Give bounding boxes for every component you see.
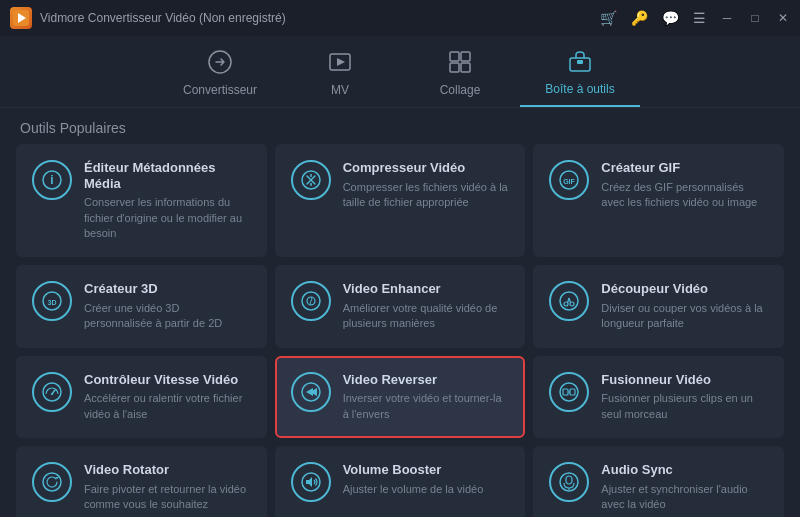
app-title: Vidmore Convertisseur Vidéo (Non enregis… [40, 11, 286, 25]
tool-name-fusionneur: Fusionneur Vidéo [601, 372, 768, 388]
tab-boite-outils[interactable]: Boîte à outils [520, 39, 640, 107]
tool-desc-compresseur: Compresser les fichiers vidéo à la taill… [343, 180, 510, 211]
title-bar-controls: 🛒 🔑 💬 ☰ ─ □ ✕ [600, 10, 790, 26]
cut-icon [549, 281, 589, 321]
tool-info-rotator: Video Rotator Faire pivoter et retourner… [84, 462, 251, 512]
convertisseur-label: Convertisseur [183, 83, 257, 97]
svg-rect-6 [450, 63, 459, 72]
tool-info-reverser: Video Reverser Inverser votre vidéo et t… [343, 372, 510, 422]
tool-info-vitesse: Contrôleur Vitesse Vidéo Accélérer ou ra… [84, 372, 251, 422]
tool-createur-3d[interactable]: 3D Créateur 3D Créer une vidéo 3D person… [16, 265, 267, 347]
svg-rect-40 [566, 476, 572, 484]
tool-info-editeur: Éditeur Métadonnées Média Conserver les … [84, 160, 251, 241]
tool-compresseur[interactable]: Compresseur Vidéo Compresser les fichier… [275, 144, 526, 257]
tool-info-3d: Créateur 3D Créer une vidéo 3D personnal… [84, 281, 251, 331]
tool-info-fusionneur: Fusionneur Vidéo Fusionner plusieurs cli… [601, 372, 768, 422]
tool-name-volume: Volume Booster [343, 462, 510, 478]
boite-outils-icon [567, 48, 593, 78]
svg-marker-38 [306, 477, 312, 487]
tool-video-enhancer[interactable]: Video Enhancer Améliorer votre qualité v… [275, 265, 526, 347]
section-title: Outils Populaires [0, 108, 800, 144]
svg-rect-9 [577, 60, 583, 64]
tool-name-gif: Créateur GIF [601, 160, 768, 176]
cart-icon[interactable]: 🛒 [600, 10, 617, 26]
tool-name-compresseur: Compresseur Vidéo [343, 160, 510, 176]
app-logo [10, 7, 32, 29]
svg-text:i: i [50, 173, 53, 187]
tool-name-reverser: Video Reverser [343, 372, 510, 388]
tool-name-rotator: Video Rotator [84, 462, 251, 478]
convertisseur-icon [207, 49, 233, 79]
collage-icon [447, 49, 473, 79]
tab-convertisseur[interactable]: Convertisseur [160, 39, 280, 107]
tool-info-compresseur: Compresseur Vidéo Compresser les fichier… [343, 160, 510, 210]
tool-desc-volume: Ajuster le volume de la vidéo [343, 482, 510, 497]
tool-name-enhancer: Video Enhancer [343, 281, 510, 297]
svg-rect-8 [570, 58, 590, 71]
gif-icon: GIF [549, 160, 589, 200]
title-bar: Vidmore Convertisseur Vidéo (Non enregis… [0, 0, 800, 36]
menu-icon[interactable]: ☰ [693, 10, 706, 26]
tool-name-audio: Audio Sync [601, 462, 768, 478]
maximize-button[interactable]: □ [748, 11, 762, 25]
reverse-icon [291, 372, 331, 412]
mv-icon [327, 49, 353, 79]
tool-createur-gif[interactable]: GIF Créateur GIF Créez des GIF personnal… [533, 144, 784, 257]
tool-desc-audio: Ajuster et synchroniser l'audio avec la … [601, 482, 768, 513]
tool-desc-enhancer: Améliorer votre qualité vidéo de plusieu… [343, 301, 510, 332]
tool-desc-3d: Créer une vidéo 3D personnalisée à parti… [84, 301, 251, 332]
chat-icon[interactable]: 💬 [662, 10, 679, 26]
svg-rect-5 [461, 52, 470, 61]
title-bar-left: Vidmore Convertisseur Vidéo (Non enregis… [10, 7, 286, 29]
svg-point-35 [43, 473, 61, 491]
close-button[interactable]: ✕ [776, 11, 790, 25]
svg-point-21 [560, 292, 578, 310]
minimize-button[interactable]: ─ [720, 11, 734, 25]
svg-line-25 [569, 298, 571, 303]
tool-name-vitesse: Contrôleur Vitesse Vidéo [84, 372, 251, 388]
enhance-icon [291, 281, 331, 321]
tool-controleur-vitesse[interactable]: Contrôleur Vitesse Vidéo Accélérer ou ra… [16, 356, 267, 438]
tool-name-editeur: Éditeur Métadonnées Média [84, 160, 251, 191]
tool-desc-rotator: Faire pivoter et retourner la vidéo comm… [84, 482, 251, 513]
tool-desc-fusionneur: Fusionner plusieurs clips en un seul mor… [601, 391, 768, 422]
tools-grid: i Éditeur Métadonnées Média Conserver le… [0, 144, 800, 517]
tool-name-decoupeur: Découpeur Vidéo [601, 281, 768, 297]
audio-icon [549, 462, 589, 502]
svg-rect-7 [461, 63, 470, 72]
tool-video-reverser[interactable]: Video Reverser Inverser votre vidéo et t… [275, 356, 526, 438]
merge-icon [549, 372, 589, 412]
boite-outils-label: Boîte à outils [545, 82, 614, 96]
tool-info-volume: Volume Booster Ajuster le volume de la v… [343, 462, 510, 497]
tool-editeur-metadonnees[interactable]: i Éditeur Métadonnées Média Conserver le… [16, 144, 267, 257]
key-icon[interactable]: 🔑 [631, 10, 648, 26]
tab-collage[interactable]: Collage [400, 39, 520, 107]
tool-fusionneur[interactable]: Fusionneur Vidéo Fusionner plusieurs cli… [533, 356, 784, 438]
svg-rect-34 [570, 389, 575, 395]
svg-text:3D: 3D [48, 299, 57, 306]
tool-info-gif: Créateur GIF Créez des GIF personnalisés… [601, 160, 768, 210]
mv-label: MV [331, 83, 349, 97]
tab-mv[interactable]: MV [280, 39, 400, 107]
tool-name-3d: Créateur 3D [84, 281, 251, 297]
tool-decoupeur[interactable]: Découpeur Vidéo Diviser ou couper vos vi… [533, 265, 784, 347]
compress-icon [291, 160, 331, 200]
rotate-icon [32, 462, 72, 502]
nav-bar: Convertisseur MV Collage [0, 36, 800, 108]
svg-point-28 [51, 393, 53, 395]
svg-rect-4 [450, 52, 459, 61]
3d-icon: 3D [32, 281, 72, 321]
tool-desc-reverser: Inverser votre vidéo et tourner-la à l'e… [343, 391, 510, 422]
tool-desc-editeur: Conserver les informations du fichier d'… [84, 195, 251, 241]
svg-text:GIF: GIF [563, 178, 575, 185]
tool-audio-sync[interactable]: Audio Sync Ajuster et synchroniser l'aud… [533, 446, 784, 517]
tool-desc-gif: Créez des GIF personnalisés avec les fic… [601, 180, 768, 211]
tool-volume-booster[interactable]: Volume Booster Ajuster le volume de la v… [275, 446, 526, 517]
tool-video-rotator[interactable]: Video Rotator Faire pivoter et retourner… [16, 446, 267, 517]
tool-info-decoupeur: Découpeur Vidéo Diviser ou couper vos vi… [601, 281, 768, 331]
tool-info-enhancer: Video Enhancer Améliorer votre qualité v… [343, 281, 510, 331]
tool-info-audio: Audio Sync Ajuster et synchroniser l'aud… [601, 462, 768, 512]
speed-icon [32, 372, 72, 412]
volume-icon [291, 462, 331, 502]
info-icon: i [32, 160, 72, 200]
